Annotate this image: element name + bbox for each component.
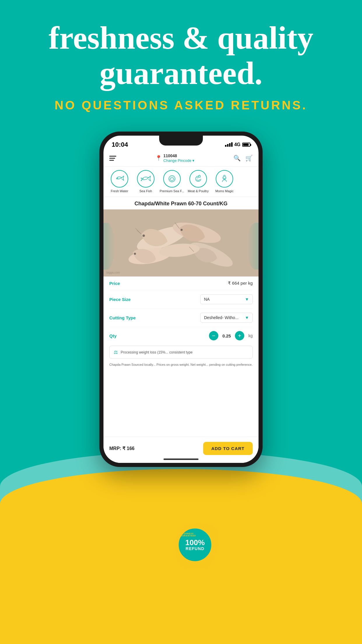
home-indicator <box>164 459 198 460</box>
cutting-type-row: Cutting Type Deshelled- Witho... ▼ <box>109 309 253 327</box>
svg-point-18 <box>143 235 145 237</box>
category-label-moms: Moms Magic <box>215 189 233 193</box>
piece-size-dropdown[interactable]: NA ▼ <box>200 294 253 304</box>
cutting-type-label: Cutting Type <box>109 315 136 320</box>
menu-button[interactable] <box>109 156 116 161</box>
freshness-stamp: FRESHNESS GUARANTEED 100% REFUND <box>172 522 218 568</box>
category-circle-meat <box>189 170 207 188</box>
app-header: 📍 110048 Change Pincode ▾ 🔍 🛒 <box>103 150 259 167</box>
pincode-value: 110048 <box>164 153 195 158</box>
qty-unit: kg <box>248 333 253 338</box>
location-pin-icon: 📍 <box>155 155 162 161</box>
change-pincode-label: Change Pincode ▾ <box>164 158 195 163</box>
qty-controls: − 0.25 + kg <box>209 331 253 340</box>
svg-point-6 <box>223 177 224 178</box>
search-icon[interactable]: 🔍 <box>233 155 241 162</box>
svg-text:bigga.com: bigga.com <box>106 271 120 274</box>
qty-decrease-button[interactable]: − <box>209 331 218 340</box>
cutting-type-dropdown[interactable]: Deshelled- Witho... ▼ <box>200 313 253 323</box>
phone-outer: 10:04 4G <box>99 132 263 467</box>
category-circle-moms <box>216 170 233 188</box>
qty-value: 0.25 <box>222 333 231 338</box>
category-circle-freshwater <box>111 170 128 188</box>
network-type: 4G <box>234 142 240 147</box>
category-label-freshwater: Fresh Water <box>111 189 128 193</box>
battery-icon <box>242 143 250 147</box>
stamp-outer: FRESHNESS GUARANTEED 100% REFUND <box>172 522 218 568</box>
cart-icon[interactable]: 🛒 <box>245 155 253 162</box>
add-to-cart-button[interactable]: ADD TO CART <box>203 442 253 455</box>
headline-text: freshness & quality guaranteed. <box>0 20 362 91</box>
product-description: Chapda Prawn Sourced locally... Prices o… <box>109 360 253 370</box>
status-right: 4G <box>225 142 250 147</box>
category-label-premium: Premium Sea F... <box>160 189 184 193</box>
phone-notch <box>159 136 203 146</box>
category-moms-magic[interactable]: Moms Magic <box>211 170 238 193</box>
price-label: Price <box>109 281 120 286</box>
category-sea-fish[interactable]: Sea Fish <box>133 170 159 193</box>
product-image-svg: bigga.com <box>103 209 259 276</box>
phone-wrapper: 10:04 4G <box>0 132 362 467</box>
subheadline-text: NO QUESTIONS ASKED RETURNS. <box>0 97 362 114</box>
processing-icon: ⚖ <box>114 349 118 355</box>
header-icons: 🔍 🛒 <box>233 155 253 162</box>
piece-size-label: Piece Size <box>109 297 131 302</box>
svg-point-3 <box>171 178 171 179</box>
svg-point-4 <box>173 178 173 179</box>
category-label-meat: Meat & Poultry <box>188 189 209 193</box>
svg-point-0 <box>117 178 118 179</box>
category-meat-poultry[interactable]: Meat & Poultry <box>185 170 211 193</box>
svg-point-20 <box>134 253 136 255</box>
price-value: ₹ 664 per kg <box>228 281 253 286</box>
piece-size-row: Piece Size NA ▼ <box>109 290 253 309</box>
cutting-type-value: Deshelled- Witho... <box>204 315 238 320</box>
signal-bars <box>225 142 233 147</box>
category-circle-premium <box>163 170 181 188</box>
processing-weight-box: ⚖ Processing weight loss (15%... consist… <box>109 346 253 359</box>
category-circle-seafish <box>137 170 154 188</box>
category-label-seafish: Sea Fish <box>139 189 152 193</box>
mrp-text: MRP: ₹ 166 <box>109 446 134 451</box>
location-text: 110048 Change Pincode ▾ <box>164 153 195 163</box>
stamp-top-text: FRESHNESS GUARANTEED <box>179 533 211 537</box>
category-row: Fresh Water Sea Fish <box>103 167 259 197</box>
category-premium-sea[interactable]: Premium Sea F... <box>159 170 185 193</box>
qty-label: Qty <box>109 333 117 338</box>
qty-increase-button[interactable]: + <box>235 331 244 340</box>
product-details: Price ₹ 664 per kg Piece Size NA ▼ Cutti… <box>103 276 259 370</box>
product-title: Chapda/White Prawn 60-70 Count/KG <box>103 197 259 209</box>
svg-point-19 <box>181 229 183 231</box>
processing-text: Processing weight loss (15%... consisten… <box>121 350 248 354</box>
svg-rect-8 <box>103 209 259 276</box>
svg-point-1 <box>143 178 144 179</box>
svg-point-7 <box>225 177 226 178</box>
price-row: Price ₹ 664 per kg <box>109 276 253 290</box>
header-section: freshness & quality guaranteed. NO QUEST… <box>0 0 362 114</box>
status-time: 10:04 <box>112 141 128 148</box>
category-fresh-water[interactable]: Fresh Water <box>106 170 133 193</box>
phone-inner: 10:04 4G <box>103 136 259 463</box>
piece-size-value: NA <box>204 297 210 302</box>
stamp-inner: FRESHNESS GUARANTEED 100% REFUND <box>178 527 212 562</box>
location-section[interactable]: 📍 110048 Change Pincode ▾ <box>155 153 195 163</box>
stamp-refund: REFUND <box>186 546 204 551</box>
piece-size-arrow: ▼ <box>245 297 249 302</box>
product-image-bg: bigga.com <box>103 209 259 276</box>
cutting-type-arrow: ▼ <box>245 315 249 320</box>
stamp-percent: 100% <box>185 539 205 546</box>
qty-row: Qty − 0.25 + kg <box>109 327 253 344</box>
product-image-container: bigga.com <box>103 209 259 276</box>
